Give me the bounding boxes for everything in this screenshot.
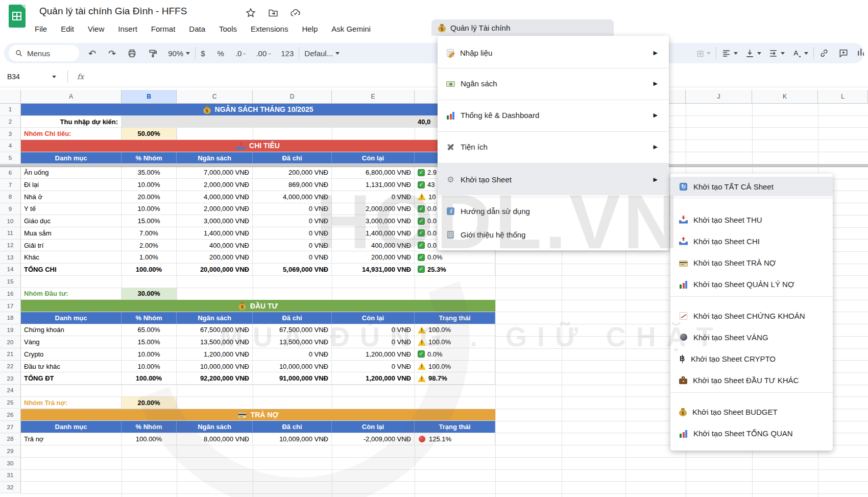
cell-B12[interactable]: 2.00%	[122, 240, 177, 252]
text-wrap-button[interactable]	[768, 49, 778, 58]
header-cell-F18[interactable]: Trạng thái	[415, 312, 495, 324]
star-icon[interactable]	[245, 7, 256, 18]
row-header-26[interactable]: 26	[0, 409, 21, 421]
column-header-J[interactable]: J	[686, 90, 752, 104]
horizontal-align-button[interactable]	[721, 49, 731, 58]
cell-C11[interactable]: 1,400,000 VNĐ	[177, 227, 253, 240]
submenu-item-khởi-tạo-sheet-budget[interactable]: Khởi tạo Sheet BUDGET	[670, 401, 833, 422]
cell-F20[interactable]: 100.0%	[415, 336, 495, 348]
cell-D8[interactable]: 4,000,000 VNĐ	[253, 191, 332, 203]
header-cell-C5[interactable]: Ngân sách	[177, 152, 253, 164]
cell-D23[interactable]: 91,000,000 VNĐ	[253, 372, 332, 385]
column-header-B[interactable]: B	[122, 90, 177, 104]
submenu-item-khởi-tạo-sheet-trả-nợ[interactable]: Khởi tạo Sheet TRẢ NỢ	[670, 252, 833, 273]
menubar-item-tools[interactable]: Tools	[219, 25, 237, 33]
cell-C28[interactable]: 8,000,000 VNĐ	[177, 433, 253, 445]
cell-A14[interactable]: TỔNG CHI	[21, 264, 122, 276]
cell-E9[interactable]: 2,000,000 VNĐ	[332, 203, 415, 216]
cell-E12[interactable]: 400,000 VNĐ	[332, 240, 415, 252]
cell-E14[interactable]: 14,931,000 VNĐ	[332, 264, 415, 276]
row-header-27[interactable]: 27	[0, 421, 21, 433]
cell-A20[interactable]: Vàng	[21, 336, 122, 348]
cell-D14[interactable]: 5,069,000 VNĐ	[253, 264, 332, 276]
print-button[interactable]	[127, 49, 137, 58]
menus-search[interactable]: Menus	[9, 45, 79, 61]
decrease-decimals-button[interactable]: .0←	[235, 49, 247, 58]
row-header-13[interactable]: 13	[0, 251, 21, 264]
menubar-item-insert[interactable]: Insert	[118, 25, 137, 33]
paint-format-button[interactable]	[148, 49, 158, 58]
submenu-item-khởi-tạo-sheet-đầu-tư-khác[interactable]: Khởi tạo Sheet ĐẦU TƯ KHÁC	[670, 369, 833, 391]
row-header-24[interactable]: 24	[0, 385, 21, 397]
cell-F21[interactable]: 0.0%	[415, 348, 495, 361]
cell-A6[interactable]: Ăn uống	[21, 167, 122, 179]
cell-C22[interactable]: 10,000,000 VNĐ	[177, 361, 253, 373]
vertical-align-button[interactable]	[745, 49, 755, 58]
cell-F19[interactable]: 100.0%	[415, 324, 495, 337]
cell-B10[interactable]: 15.00%	[122, 215, 177, 227]
sheets-logo-icon[interactable]	[9, 5, 26, 28]
cell-E11[interactable]: 1,400,000 VNĐ	[332, 227, 415, 240]
menu-item-tiện-ích[interactable]: Tiện ích▶	[438, 132, 669, 161]
cell-A28[interactable]: Trả nợ	[21, 433, 122, 445]
row-header-32[interactable]: 32	[0, 482, 21, 494]
name-box[interactable]: B34	[0, 73, 56, 81]
menubar-item-extensions[interactable]: Extensions	[251, 25, 288, 33]
cell-D12[interactable]: 0 VNĐ	[253, 240, 332, 252]
cell-B7[interactable]: 10.00%	[122, 179, 177, 191]
submenu-item-khởi-tạo-sheet-vàng[interactable]: Khởi tạo Sheet VÀNG	[670, 326, 833, 348]
menu-item-nhập-liệu[interactable]: Nhập liệu▶	[438, 39, 669, 66]
cell-A16[interactable]: Nhóm Đầu tư:	[21, 288, 122, 300]
row-header-29[interactable]: 29	[0, 445, 21, 458]
cell-F23[interactable]: 98.7%	[415, 372, 495, 385]
format-currency-button[interactable]: $	[201, 49, 205, 58]
cell-F13[interactable]: 0.0%	[415, 251, 495, 264]
borders-button[interactable]: ⊞	[696, 48, 704, 59]
row-header-16[interactable]: 16	[0, 288, 21, 300]
column-header-C[interactable]: C	[177, 90, 253, 104]
cell-E8[interactable]: 0 VNĐ	[332, 191, 415, 203]
header-cell-D18[interactable]: Đã chi	[253, 312, 332, 324]
row-header-12[interactable]: 12	[0, 240, 21, 252]
font-select[interactable]: Defaul...	[304, 49, 340, 58]
number-format-button[interactable]: 123	[281, 49, 294, 58]
cell-B3[interactable]: 50.00%	[122, 128, 177, 140]
cell-A8[interactable]: Nhà ở	[21, 191, 122, 203]
row-header-14[interactable]: 14	[0, 264, 21, 276]
row-header-11[interactable]: 11	[0, 227, 21, 240]
row-header-7[interactable]: 7	[0, 179, 21, 191]
column-header-E[interactable]: E	[332, 90, 415, 104]
cell-C14[interactable]: 20,000,000 VNĐ	[177, 264, 253, 276]
zoom-select[interactable]: 90%	[168, 49, 190, 58]
submenu-item-khởi-tạo-sheet-thu[interactable]: Khởi tạo Sheet THU	[670, 209, 833, 230]
row-header-8[interactable]: 8	[0, 191, 21, 203]
insert-link-button[interactable]	[819, 48, 829, 58]
submenu-item-khởi-tạo-sheet-chứng-khoán[interactable]: Khởi tạo Sheet CHỨNG KHOÁN	[670, 305, 833, 326]
cell-D19[interactable]: 67,500,000 VNĐ	[253, 324, 332, 337]
row-header-30[interactable]: 30	[0, 457, 21, 469]
cell-C9[interactable]: 2,000,000 VNĐ	[177, 203, 253, 216]
cell-C6[interactable]: 7,000,000 VNĐ	[177, 167, 253, 179]
column-header-D[interactable]: D	[253, 90, 332, 104]
menu-item-ngân-sách[interactable]: Ngân sách▶	[438, 68, 669, 98]
cell-A4[interactable]: CHI TIÊU	[21, 140, 495, 152]
column-header-L[interactable]: L	[818, 90, 868, 104]
column-header-K[interactable]: K	[752, 90, 818, 104]
cell-C8[interactable]: 4,000,000 VNĐ	[177, 191, 253, 203]
menu-item-khởi-tạo-sheet[interactable]: ⚙Khởi tạo Sheet▶	[438, 163, 669, 195]
header-cell-A5[interactable]: Danh mục	[21, 152, 122, 164]
cell-D9[interactable]: 0 VNĐ	[253, 203, 332, 216]
submenu-item-khởi-tạo-sheet-chi[interactable]: Khởi tạo Sheet CHI	[670, 230, 833, 252]
submenu-item-khởi-tạo-sheet-tổng-quan[interactable]: Khởi tạo Sheet TỔNG QUAN	[670, 422, 833, 444]
header-cell-E5[interactable]: Còn lại	[332, 152, 415, 164]
cell-D10[interactable]: 0 VNĐ	[253, 215, 332, 227]
cell-A19[interactable]: Chứng khoán	[21, 324, 122, 337]
cell-E21[interactable]: 1,200,000 VNĐ	[332, 348, 415, 361]
cell-F14[interactable]: 25.3%	[415, 264, 495, 276]
menubar-item-view[interactable]: View	[88, 25, 104, 33]
cell-B19[interactable]: 65.00%	[122, 324, 177, 337]
increase-decimals-button[interactable]: .00→	[256, 49, 272, 58]
cell-C19[interactable]: 67,500,000 VNĐ	[177, 324, 253, 337]
cell-B13[interactable]: 1.00%	[122, 251, 177, 264]
row-header-23[interactable]: 23	[0, 372, 21, 385]
